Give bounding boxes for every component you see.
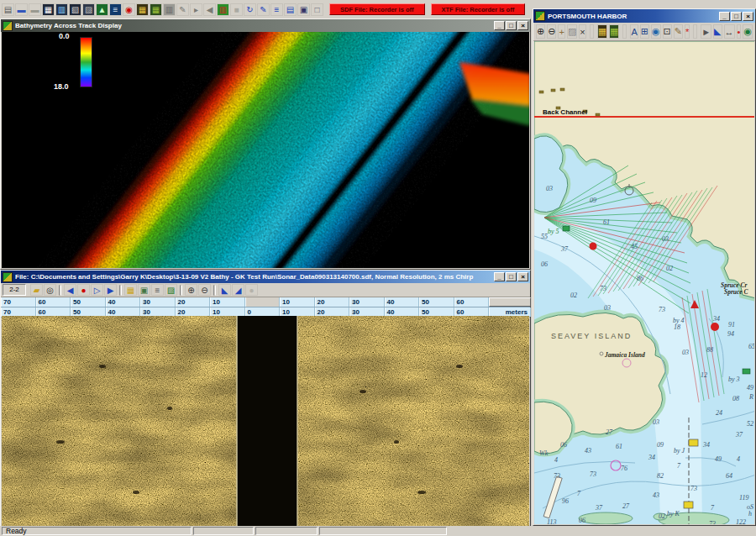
xtf-recorder-button[interactable]: XTF File: Recorder is off bbox=[431, 3, 526, 15]
world-icon[interactable]: ◉ bbox=[743, 24, 753, 39]
sonar-waterfall[interactable] bbox=[2, 316, 529, 526]
bottom-track-icon[interactable]: ◣ bbox=[218, 284, 231, 296]
save-icon[interactable]: ▣ bbox=[297, 3, 310, 16]
window-icon bbox=[535, 11, 545, 21]
depth-color-scale bbox=[80, 37, 92, 87]
point-icon[interactable]: • bbox=[737, 24, 742, 39]
brush-icon[interactable]: ✎ bbox=[674, 24, 683, 39]
application-window: ▤▬▬▦▥▧▨▲≡◉▦▦▥✎▸◀▥■↻✎≡▤▣□ SDF File: Recor… bbox=[0, 0, 756, 536]
print-icon[interactable]: ▤ bbox=[2, 3, 14, 16]
chart-title-bar[interactable]: PORTSMOUTH HARBOR _□× bbox=[533, 9, 755, 23]
sounding: 94 bbox=[727, 330, 734, 338]
window-icon bbox=[3, 21, 13, 31]
refresh-icon[interactable]: ↻ bbox=[244, 3, 256, 16]
palette-icon[interactable]: ▦ bbox=[124, 284, 137, 296]
terrain-icon[interactable]: ▦ bbox=[150, 3, 162, 16]
depth-scale-max: 18.0 bbox=[54, 82, 69, 91]
layers-icon[interactable]: ▤ bbox=[284, 3, 297, 16]
sounding: 7 bbox=[677, 462, 680, 470]
cursor-icon[interactable]: ► bbox=[701, 24, 711, 39]
annotate-icon[interactable]: A bbox=[630, 24, 638, 39]
tvg-icon[interactable]: ▨ bbox=[165, 284, 177, 296]
connect-icon[interactable]: ▬ bbox=[15, 3, 28, 16]
sonar-toolbar: 2-2 ▰◎◀●▷▶▦▣≡▨⊕⊖◣◢● bbox=[1, 283, 530, 297]
sonar-title-bar[interactable]: File: C:\Documents and Settings\Garry K\… bbox=[1, 271, 530, 283]
maximize-button[interactable]: □ bbox=[506, 21, 517, 30]
edit-chart-icon[interactable]: ✎ bbox=[257, 3, 270, 16]
sdf-recorder-button[interactable]: SDF File: Recorder is off bbox=[329, 3, 425, 15]
pill-icon[interactable]: ▬ bbox=[29, 3, 41, 16]
forward-icon[interactable]: ▶ bbox=[104, 284, 117, 296]
search-icon[interactable]: ◎ bbox=[44, 284, 56, 296]
grid-display-icon[interactable]: ▨ bbox=[82, 3, 95, 16]
minimize-button[interactable]: _ bbox=[494, 21, 505, 30]
rewind-icon[interactable]: ◀ bbox=[64, 284, 76, 296]
play-icon[interactable]: ▷ bbox=[91, 284, 103, 296]
disabled-icon[interactable]: ● bbox=[245, 284, 258, 296]
coverage-icon[interactable]: ▦ bbox=[609, 24, 619, 39]
maximize-button[interactable]: □ bbox=[506, 272, 517, 281]
separator bbox=[622, 24, 627, 39]
range-scale-label: 2-2 bbox=[3, 284, 26, 296]
profile-display-icon[interactable]: ▲ bbox=[96, 3, 108, 16]
marker-icon[interactable]: ▸ bbox=[190, 3, 202, 16]
sounding: 73 bbox=[659, 306, 665, 313]
record-icon[interactable]: ● bbox=[77, 284, 90, 296]
image-icon[interactable]: ▣ bbox=[138, 284, 150, 296]
depth-scale-min: 0.0 bbox=[59, 32, 70, 40]
prev-icon[interactable]: ◀ bbox=[203, 3, 216, 16]
chart-gray-icon[interactable]: ▥ bbox=[163, 3, 176, 16]
sounding: by 3 bbox=[728, 376, 740, 383]
sounding: 96 bbox=[562, 497, 569, 505]
navigation-display-icon[interactable]: ▧ bbox=[69, 3, 81, 16]
mosaic-icon[interactable]: ▦ bbox=[136, 3, 149, 16]
list-icon[interactable]: ≡ bbox=[270, 3, 283, 16]
mosaic-icon[interactable]: ▦ bbox=[597, 24, 607, 39]
sounding: R bbox=[749, 393, 753, 401]
target-marker bbox=[711, 323, 719, 331]
erase-icon[interactable]: ▨ bbox=[567, 24, 577, 39]
stripes-display-icon[interactable]: ≡ bbox=[109, 3, 122, 16]
sounding: 86 bbox=[637, 275, 643, 282]
sounding: 12 bbox=[701, 371, 707, 379]
close-button[interactable]: × bbox=[517, 272, 528, 281]
chart-toolbar: ⊕⊖+▨×▦▦A⊞◉⊡✎*►◣↔•◉ bbox=[533, 23, 755, 41]
minimize-button[interactable]: _ bbox=[494, 272, 505, 281]
minimize-button[interactable]: _ bbox=[719, 12, 730, 21]
ruler-cell: 60 bbox=[36, 297, 71, 307]
chart-canvas[interactable]: 03096155by 537064503730203028673by 41834… bbox=[534, 41, 754, 524]
waterfall-display-icon[interactable]: ▥ bbox=[55, 3, 68, 16]
snowflake-icon[interactable]: * bbox=[685, 24, 690, 39]
pencil-icon[interactable]: ✎ bbox=[176, 3, 189, 16]
new-file-icon[interactable]: □ bbox=[311, 3, 323, 16]
gain-icon[interactable]: ≡ bbox=[151, 284, 164, 296]
target-icon[interactable]: ◉ bbox=[123, 3, 135, 16]
bathymetry-canvas[interactable]: 0.0 18.0 bbox=[2, 32, 529, 268]
window-controls: _□× bbox=[494, 272, 528, 281]
sounding: 02 bbox=[570, 292, 577, 299]
globe-icon[interactable]: ◉ bbox=[651, 24, 661, 39]
sounding: 76 bbox=[621, 465, 627, 472]
blank-icon[interactable]: ■ bbox=[230, 3, 243, 16]
altitude-icon[interactable]: ◢ bbox=[232, 284, 244, 296]
close-button[interactable]: × bbox=[743, 12, 753, 21]
measure-icon[interactable]: ↔ bbox=[724, 24, 735, 39]
pan-icon[interactable]: + bbox=[558, 24, 564, 39]
zoom-in-icon[interactable]: ⊕ bbox=[185, 284, 197, 296]
grid-icon[interactable]: ⊞ bbox=[640, 24, 649, 39]
zoom-out-icon[interactable]: ⊖ bbox=[198, 284, 211, 296]
maximize-button[interactable]: □ bbox=[731, 12, 742, 21]
zoom-out-icon[interactable]: ⊖ bbox=[547, 24, 556, 39]
delete-icon[interactable]: × bbox=[579, 24, 585, 39]
sensor-grid-icon[interactable]: ▦ bbox=[42, 3, 55, 16]
sounding: 27 bbox=[606, 428, 612, 436]
sonar-toolbar-icons: ▰◎◀●▷▶▦▣≡▨⊕⊖◣◢● bbox=[30, 284, 258, 296]
close-button[interactable]: × bbox=[517, 21, 528, 30]
sounding: 55 bbox=[541, 233, 548, 240]
zoom-in-icon[interactable]: ⊕ bbox=[536, 24, 545, 39]
palette-icon[interactable]: ▥ bbox=[217, 3, 229, 16]
open-file-icon[interactable]: ▰ bbox=[30, 284, 43, 296]
bathymetry-title-bar[interactable]: Bathymetry Across Track Display _□× bbox=[1, 19, 530, 32]
zoom-window-icon[interactable]: ⊡ bbox=[663, 24, 672, 39]
profile-icon[interactable]: ◣ bbox=[713, 24, 722, 39]
